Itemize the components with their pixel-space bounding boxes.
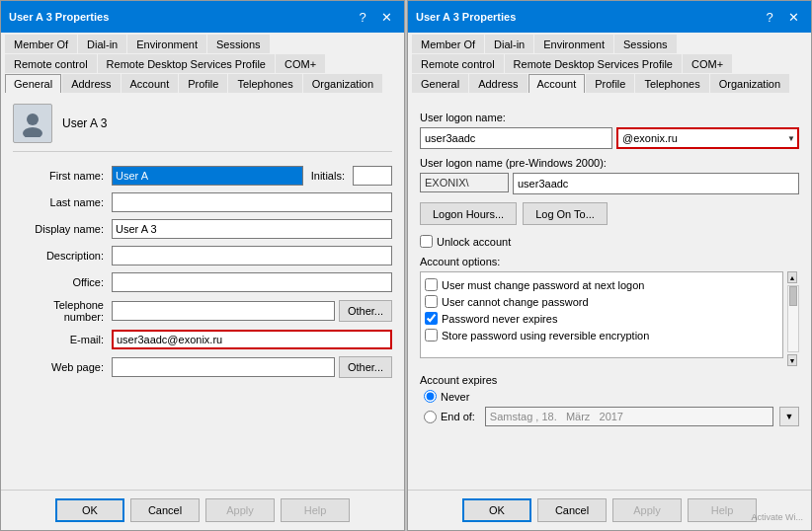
tab-member-of-left[interactable]: Member Of (5, 35, 77, 53)
description-label: Description: (13, 250, 112, 262)
right-help-btn[interactable]: Help (688, 498, 757, 522)
tab-account-right[interactable]: Account (528, 74, 586, 93)
user-header: User A 3 (13, 104, 392, 152)
expires-options: Never End of: ▼ (424, 390, 799, 426)
tab-profile-right[interactable]: Profile (586, 74, 634, 93)
tab-rdsp-right[interactable]: Remote Desktop Services Profile (505, 54, 682, 73)
right-close-btn[interactable]: ✕ (783, 7, 803, 27)
tab-telephones-left[interactable]: Telephones (228, 74, 301, 93)
right-apply-btn[interactable]: Apply (612, 498, 682, 522)
pre2000-domain-input (420, 173, 509, 192)
telephone-label: Telephone number: (13, 299, 112, 323)
webpage-other-btn[interactable]: Other... (339, 356, 392, 378)
domain-select[interactable]: @exonix.ru (616, 127, 799, 149)
tab-com-left[interactable]: COM+ (276, 54, 325, 73)
tab-sessions-left[interactable]: Sessions (207, 35, 270, 53)
initials-input[interactable] (353, 166, 392, 186)
left-help-btn[interactable]: Help (281, 498, 350, 522)
tab-profile-left[interactable]: Profile (179, 74, 227, 93)
endof-radio[interactable] (424, 411, 437, 423)
display-name-input[interactable] (112, 219, 392, 239)
tab-rdsp-left[interactable]: Remote Desktop Services Profile (98, 54, 275, 73)
first-name-label: First name: (13, 170, 112, 182)
webpage-input[interactable] (112, 357, 335, 377)
tab-sessions-right[interactable]: Sessions (614, 35, 677, 53)
left-dialog: User A 3 Properties ? ✕ Member Of Dial-i… (0, 0, 405, 531)
tab-row-3-left: General Address Account Profile Telephon… (5, 74, 400, 93)
tab-organization-left[interactable]: Organization (303, 74, 382, 93)
calendar-btn[interactable]: ▼ (779, 407, 799, 426)
office-label: Office: (13, 276, 112, 288)
right-help-icon-btn[interactable]: ? (760, 7, 779, 27)
telephone-row: Telephone number: Other... (13, 299, 392, 323)
tab-remote-control-right[interactable]: Remote control (412, 54, 504, 73)
tab-general-right[interactable]: General (412, 74, 468, 93)
first-name-input[interactable] (112, 166, 303, 186)
scroll-track (787, 285, 799, 352)
telephone-other-btn[interactable]: Other... (339, 300, 392, 322)
unlock-account-label[interactable]: Unlock account (420, 235, 511, 248)
first-name-row: First name: Initials: (13, 166, 392, 186)
title-bar-buttons: ? ✕ (353, 7, 396, 27)
right-ok-btn[interactable]: OK (462, 498, 531, 522)
end-date-input[interactable] (485, 407, 773, 426)
last-name-input[interactable] (112, 192, 392, 212)
telephone-input[interactable] (112, 301, 335, 321)
left-title-bar: User A 3 Properties ? ✕ (1, 1, 404, 33)
svg-point-0 (27, 114, 39, 125)
option-checkbox-1[interactable] (425, 278, 438, 291)
logon-name-input[interactable] (420, 127, 612, 149)
account-options-label: Account options: (420, 256, 799, 267)
tab-member-of-right[interactable]: Member Of (412, 35, 484, 53)
never-radio-label[interactable]: Never (424, 390, 469, 403)
endof-label: End of: (441, 411, 475, 422)
office-input[interactable] (112, 272, 392, 292)
pre2000-username-input[interactable] (513, 173, 799, 194)
tab-address-left[interactable]: Address (62, 74, 120, 93)
tab-telephones-right[interactable]: Telephones (635, 74, 708, 93)
tab-remote-control-left[interactable]: Remote control (5, 54, 97, 73)
never-label: Never (441, 391, 469, 403)
tab-environment-right[interactable]: Environment (534, 35, 613, 53)
email-input[interactable] (112, 330, 392, 349)
right-dialog: User A 3 Properties ? ✕ Member Of Dial-i… (407, 0, 812, 531)
help-icon-btn[interactable]: ? (353, 7, 372, 27)
logon-hours-btn[interactable]: Logon Hours... (420, 202, 517, 225)
description-input[interactable] (112, 246, 392, 266)
tab-dial-in-left[interactable]: Dial-in (78, 35, 126, 53)
tab-address-right[interactable]: Address (469, 74, 527, 93)
unlock-checkbox[interactable] (420, 235, 433, 248)
pre2000-label: User logon name (pre-Windows 2000): (420, 157, 799, 169)
option-checkbox-4[interactable] (425, 329, 438, 341)
left-ok-btn[interactable]: OK (55, 498, 124, 522)
left-cancel-btn[interactable]: Cancel (130, 498, 200, 522)
never-radio[interactable] (424, 390, 437, 403)
expires-section: Account expires Never End of: ▼ (420, 374, 799, 426)
endof-radio-label[interactable]: End of: (424, 411, 475, 423)
tab-account-left[interactable]: Account (122, 74, 179, 93)
tab-row-3-right: General Address Account Profile Telephon… (412, 74, 807, 93)
right-content: User logon name: @exonix.ru User logon n… (408, 94, 811, 490)
close-btn[interactable]: ✕ (376, 7, 396, 27)
tab-environment-left[interactable]: Environment (127, 35, 206, 53)
logon-name-row: @exonix.ru (420, 127, 799, 149)
option-item-1: User must change password at next logon (425, 276, 778, 293)
scroll-up-btn[interactable]: ▲ (787, 271, 797, 283)
scroll-down-btn[interactable]: ▼ (787, 354, 797, 366)
option-checkbox-3[interactable] (425, 312, 438, 325)
endof-row: End of: ▼ (424, 407, 799, 426)
logon-to-btn[interactable]: Log On To... (523, 202, 608, 225)
tab-general-left[interactable]: General (5, 74, 61, 93)
tab-organization-right[interactable]: Organization (710, 74, 789, 93)
option-checkbox-2[interactable] (425, 295, 438, 308)
tab-dial-in-right[interactable]: Dial-in (485, 35, 533, 53)
tab-row-1-left: Member Of Dial-in Environment Sessions (5, 35, 400, 53)
scrollbar-area: ▲ ▼ (787, 271, 799, 366)
action-btns: Logon Hours... Log On To... (420, 202, 799, 225)
tab-com-right[interactable]: COM+ (683, 54, 732, 73)
right-title-bar-buttons: ? ✕ (760, 7, 803, 27)
left-apply-btn[interactable]: Apply (205, 498, 275, 522)
option-label-2: User cannot change password (442, 296, 589, 308)
right-cancel-btn[interactable]: Cancel (537, 498, 607, 522)
pre2000-row (420, 173, 799, 194)
